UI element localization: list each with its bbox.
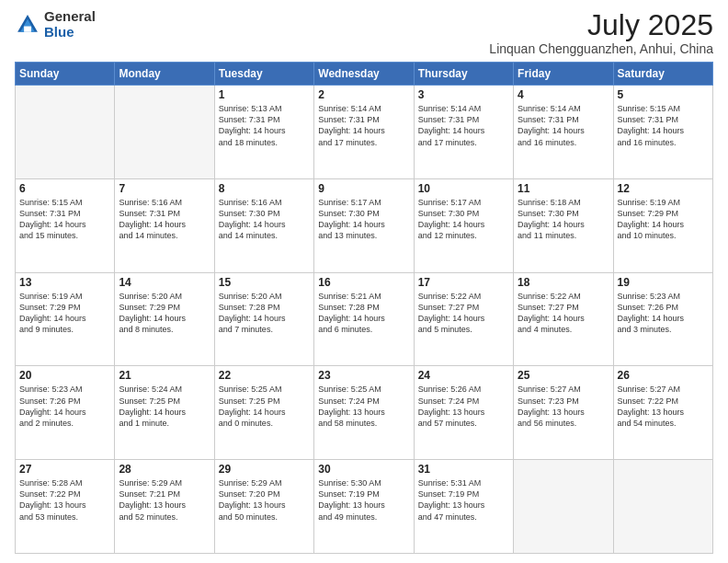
cell-details: Sunrise: 5:13 AMSunset: 7:31 PMDaylight:… xyxy=(219,103,310,148)
day-number: 31 xyxy=(418,463,509,476)
calendar-cell: 22Sunrise: 5:25 AMSunset: 7:25 PMDayligh… xyxy=(214,366,313,460)
day-number: 28 xyxy=(119,463,210,476)
cell-details: Sunrise: 5:20 AMSunset: 7:29 PMDaylight:… xyxy=(119,291,210,336)
cell-details: Sunrise: 5:22 AMSunset: 7:27 PMDaylight:… xyxy=(518,291,609,336)
logo-blue: Blue xyxy=(44,25,96,40)
day-number: 7 xyxy=(119,182,210,195)
cell-details: Sunrise: 5:17 AMSunset: 7:30 PMDaylight:… xyxy=(318,197,409,242)
day-number: 8 xyxy=(219,182,310,195)
calendar-cell: 18Sunrise: 5:22 AMSunset: 7:27 PMDayligh… xyxy=(514,272,613,366)
col-header-sunday: Sunday xyxy=(16,63,115,86)
calendar-week-1: 6Sunrise: 5:15 AMSunset: 7:31 PMDaylight… xyxy=(16,178,713,272)
day-number: 20 xyxy=(19,369,110,382)
day-number: 14 xyxy=(119,276,210,289)
col-header-thursday: Thursday xyxy=(414,63,513,86)
calendar-cell: 10Sunrise: 5:17 AMSunset: 7:30 PMDayligh… xyxy=(414,178,513,272)
calendar-cell: 17Sunrise: 5:22 AMSunset: 7:27 PMDayligh… xyxy=(414,272,513,366)
logo: General Blue xyxy=(15,9,96,40)
calendar-cell xyxy=(16,86,115,179)
cell-details: Sunrise: 5:14 AMSunset: 7:31 PMDaylight:… xyxy=(518,103,609,148)
calendar-week-2: 13Sunrise: 5:19 AMSunset: 7:29 PMDayligh… xyxy=(16,272,713,366)
day-number: 15 xyxy=(219,276,310,289)
day-number: 22 xyxy=(219,369,310,382)
calendar-table: SundayMondayTuesdayWednesdayThursdayFrid… xyxy=(15,62,713,554)
cell-details: Sunrise: 5:17 AMSunset: 7:30 PMDaylight:… xyxy=(418,197,509,242)
header: General Blue July 2025 Linquan Chengguan… xyxy=(15,9,713,56)
cell-details: Sunrise: 5:23 AMSunset: 7:26 PMDaylight:… xyxy=(618,291,709,336)
calendar-cell: 13Sunrise: 5:19 AMSunset: 7:29 PMDayligh… xyxy=(16,272,115,366)
month-year: July 2025 xyxy=(489,9,713,41)
calendar-cell xyxy=(613,460,712,554)
day-number: 23 xyxy=(318,369,409,382)
title-block: July 2025 Linquan Chengguanzhen, Anhui, … xyxy=(489,9,713,56)
calendar-cell: 15Sunrise: 5:20 AMSunset: 7:28 PMDayligh… xyxy=(214,272,313,366)
col-header-tuesday: Tuesday xyxy=(214,63,313,86)
calendar-cell: 29Sunrise: 5:29 AMSunset: 7:20 PMDayligh… xyxy=(214,460,313,554)
cell-details: Sunrise: 5:27 AMSunset: 7:23 PMDaylight:… xyxy=(518,384,609,429)
col-header-monday: Monday xyxy=(115,63,214,86)
day-number: 19 xyxy=(618,276,709,289)
cell-details: Sunrise: 5:25 AMSunset: 7:25 PMDaylight:… xyxy=(219,384,310,429)
cell-details: Sunrise: 5:19 AMSunset: 7:29 PMDaylight:… xyxy=(618,197,709,242)
calendar-cell: 19Sunrise: 5:23 AMSunset: 7:26 PMDayligh… xyxy=(613,272,712,366)
calendar-cell: 16Sunrise: 5:21 AMSunset: 7:28 PMDayligh… xyxy=(314,272,414,366)
calendar-cell: 1Sunrise: 5:13 AMSunset: 7:31 PMDaylight… xyxy=(214,86,313,179)
day-number: 3 xyxy=(418,88,509,101)
calendar-cell: 4Sunrise: 5:14 AMSunset: 7:31 PMDaylight… xyxy=(514,86,613,179)
calendar-cell: 21Sunrise: 5:24 AMSunset: 7:25 PMDayligh… xyxy=(115,366,214,460)
calendar-cell: 6Sunrise: 5:15 AMSunset: 7:31 PMDaylight… xyxy=(16,178,115,272)
day-number: 13 xyxy=(19,276,110,289)
logo-text: General Blue xyxy=(44,9,96,40)
calendar-cell: 9Sunrise: 5:17 AMSunset: 7:30 PMDaylight… xyxy=(314,178,414,272)
day-number: 26 xyxy=(618,369,709,382)
day-number: 24 xyxy=(418,369,509,382)
cell-details: Sunrise: 5:23 AMSunset: 7:26 PMDaylight:… xyxy=(19,384,110,429)
cell-details: Sunrise: 5:18 AMSunset: 7:30 PMDaylight:… xyxy=(518,197,609,242)
calendar-cell: 2Sunrise: 5:14 AMSunset: 7:31 PMDaylight… xyxy=(314,86,414,179)
calendar-cell: 30Sunrise: 5:30 AMSunset: 7:19 PMDayligh… xyxy=(314,460,414,554)
calendar-cell: 12Sunrise: 5:19 AMSunset: 7:29 PMDayligh… xyxy=(613,178,712,272)
day-number: 9 xyxy=(318,182,409,195)
calendar-cell: 11Sunrise: 5:18 AMSunset: 7:30 PMDayligh… xyxy=(514,178,613,272)
col-header-friday: Friday xyxy=(514,63,613,86)
cell-details: Sunrise: 5:30 AMSunset: 7:19 PMDaylight:… xyxy=(318,477,409,523)
day-number: 6 xyxy=(19,182,110,195)
cell-details: Sunrise: 5:27 AMSunset: 7:22 PMDaylight:… xyxy=(618,384,709,429)
cell-details: Sunrise: 5:25 AMSunset: 7:24 PMDaylight:… xyxy=(318,384,409,429)
day-number: 30 xyxy=(318,463,409,476)
cell-details: Sunrise: 5:22 AMSunset: 7:27 PMDaylight:… xyxy=(418,291,509,336)
day-number: 21 xyxy=(119,369,210,382)
day-number: 16 xyxy=(318,276,409,289)
cell-details: Sunrise: 5:14 AMSunset: 7:31 PMDaylight:… xyxy=(418,103,509,148)
cell-details: Sunrise: 5:28 AMSunset: 7:22 PMDaylight:… xyxy=(19,477,110,523)
day-number: 10 xyxy=(418,182,509,195)
day-number: 12 xyxy=(618,182,709,195)
cell-details: Sunrise: 5:15 AMSunset: 7:31 PMDaylight:… xyxy=(618,103,709,148)
cell-details: Sunrise: 5:15 AMSunset: 7:31 PMDaylight:… xyxy=(19,197,110,242)
calendar-cell: 27Sunrise: 5:28 AMSunset: 7:22 PMDayligh… xyxy=(16,460,115,554)
calendar-cell: 3Sunrise: 5:14 AMSunset: 7:31 PMDaylight… xyxy=(414,86,513,179)
logo-icon xyxy=(15,12,40,38)
day-number: 17 xyxy=(418,276,509,289)
cell-details: Sunrise: 5:16 AMSunset: 7:31 PMDaylight:… xyxy=(119,197,210,242)
day-number: 18 xyxy=(518,276,609,289)
day-number: 11 xyxy=(518,182,609,195)
calendar-cell: 23Sunrise: 5:25 AMSunset: 7:24 PMDayligh… xyxy=(314,366,414,460)
calendar-cell: 28Sunrise: 5:29 AMSunset: 7:21 PMDayligh… xyxy=(115,460,214,554)
cell-details: Sunrise: 5:24 AMSunset: 7:25 PMDaylight:… xyxy=(119,384,210,429)
calendar-cell: 26Sunrise: 5:27 AMSunset: 7:22 PMDayligh… xyxy=(613,366,712,460)
location: Linquan Chengguanzhen, Anhui, China xyxy=(489,41,713,56)
cell-details: Sunrise: 5:21 AMSunset: 7:28 PMDaylight:… xyxy=(318,291,409,336)
cell-details: Sunrise: 5:31 AMSunset: 7:19 PMDaylight:… xyxy=(418,477,509,523)
calendar-cell: 7Sunrise: 5:16 AMSunset: 7:31 PMDaylight… xyxy=(115,178,214,272)
logo-general: General xyxy=(44,9,96,25)
cell-details: Sunrise: 5:26 AMSunset: 7:24 PMDaylight:… xyxy=(418,384,509,429)
calendar-cell: 5Sunrise: 5:15 AMSunset: 7:31 PMDaylight… xyxy=(613,86,712,179)
cell-details: Sunrise: 5:19 AMSunset: 7:29 PMDaylight:… xyxy=(19,291,110,336)
cell-details: Sunrise: 5:29 AMSunset: 7:21 PMDaylight:… xyxy=(119,477,210,523)
cell-details: Sunrise: 5:16 AMSunset: 7:30 PMDaylight:… xyxy=(219,197,310,242)
day-number: 2 xyxy=(318,88,409,101)
calendar-cell: 8Sunrise: 5:16 AMSunset: 7:30 PMDaylight… xyxy=(214,178,313,272)
day-number: 5 xyxy=(618,88,709,101)
calendar-cell: 20Sunrise: 5:23 AMSunset: 7:26 PMDayligh… xyxy=(16,366,115,460)
